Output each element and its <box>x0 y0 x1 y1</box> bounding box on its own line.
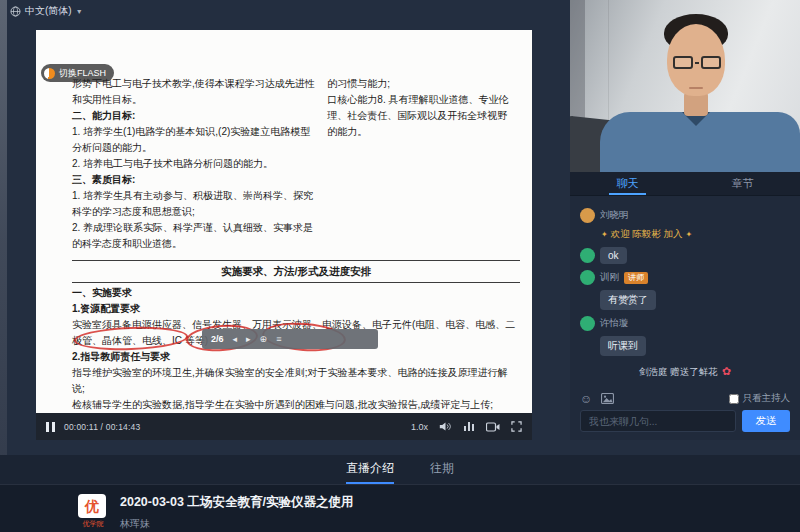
time-display: 00:00:11 / 00:14:43 <box>64 422 140 432</box>
playback-speed-button[interactable]: 1.0x <box>411 422 428 432</box>
doc-line: 的习惯与能力; <box>327 76 516 92</box>
doc-heading: 一、实施要求 <box>72 285 520 301</box>
chat-input-row: 发送 <box>580 410 790 432</box>
chat-bubble-row: 有赞赏了 <box>600 289 790 310</box>
chat-bubble: 听课到 <box>600 336 646 356</box>
chat-user-row: 许怡璇 <box>580 316 790 331</box>
instructor-glasses <box>673 56 721 69</box>
flower-icon: ✿ <box>722 365 731 377</box>
page-indicator: 2/6 <box>211 332 224 346</box>
chat-toolbar: ☺ 只看主持人 <box>580 392 790 405</box>
fullscreen-icon[interactable] <box>511 421 522 432</box>
doc-heading: 2.指导教师责任与要求 <box>72 349 520 365</box>
chat-user-row: 刘晓明 <box>580 208 790 223</box>
emoji-icon[interactable]: ☺ <box>580 393 592 405</box>
instructor-mouth <box>689 87 703 89</box>
chat-bubble: ok <box>600 247 627 264</box>
logo-icon: 优 <box>78 494 106 518</box>
system-welcome-message: ✦欢迎 陈毅彬 加入✦ <box>598 228 790 241</box>
avatar <box>580 208 595 223</box>
equalizer-icon[interactable] <box>463 421 475 432</box>
player-controls: 00:00:11 / 00:14:43 1.0x <box>36 413 532 440</box>
course-info: 2020-03-03 工场安全教育/实验仪器之使用 林珲妹 <box>120 494 353 531</box>
pager-prev-icon[interactable]: ◂ <box>233 332 238 346</box>
chat-message-list: 刘晓明 ✦欢迎 陈毅彬 加入✦ ok 训刚 讲师 有赞赏了 许怡璇 <box>570 196 800 384</box>
doc-heading: 三、素质目标: <box>72 172 315 188</box>
doc-line: 检核辅导学生的实验数据,指导学生在实验中所遇到的困难与问题,批改实验报告,成绩评… <box>72 397 520 413</box>
video-player[interactable]: 切换FLASH 形势下电工与电子技术教学,使得本课程学习达成先进性和实用性目标。… <box>36 30 532 440</box>
bottom-tab-bar: 直播介绍 往期 <box>0 455 800 485</box>
doc-line: 2. 养成理论联系实际、科学严谨、认真细致、实事求是的科学态度和职业道德。 <box>72 220 315 252</box>
volume-icon[interactable] <box>439 421 452 432</box>
doc-section-header: 实施要求、方法/形式及进度安排 <box>72 260 520 283</box>
document-right-column: 的习惯与能力; 口核心能力8. 具有理解职业道德、专业伦理、社会责任、国际观以及… <box>327 76 520 252</box>
switch-flash-button[interactable]: 切换FLASH <box>41 64 114 82</box>
only-host-checkbox[interactable] <box>729 394 739 404</box>
sparkle-icon: ✦ <box>685 230 692 239</box>
switch-flash-label: 切换FLASH <box>59 66 106 80</box>
pager-next-icon[interactable]: ▸ <box>246 332 251 346</box>
doc-line: 2. 培养电工与电子技术电路分析问题的能力。 <box>72 156 315 172</box>
instructor-name: 林珲妹 <box>120 517 353 531</box>
chat-bubble: 有赞赏了 <box>600 290 656 310</box>
doc-heading: 1.资源配置要求 <box>72 301 520 317</box>
flash-toggle-icon <box>44 68 55 79</box>
pause-button[interactable] <box>46 422 55 432</box>
image-icon[interactable] <box>601 393 614 404</box>
chat-username: 刘晓明 <box>600 209 629 222</box>
tab-chat[interactable]: 聊天 <box>570 172 685 195</box>
course-intro: 优 优学院 2020-03-03 工场安全教育/实验仪器之使用 林珲妹 <box>0 485 800 532</box>
instructor-badge: 讲师 <box>624 272 648 284</box>
avatar <box>580 270 595 285</box>
doc-line: 口核心能力8. 具有理解职业道德、专业伦理、社会责任、国际观以及开拓全球视野的能… <box>327 92 516 140</box>
chat-username: 训刚 <box>600 271 619 284</box>
document-columns: 形势下电工与电子技术教学,使得本课程学习达成先进性和实用性目标。 二、能力目标:… <box>72 76 520 252</box>
live-classroom-app: 中文(简体) ▼ 切换FLASH 形势下电工与电子技术教学,使得本课程学习达成先… <box>0 0 800 532</box>
camera-icon[interactable] <box>486 422 500 432</box>
right-panel: 聊天 章节 刘晓明 ✦欢迎 陈毅彬 加入✦ ok 训刚 讲师 有赞赏了 <box>570 0 800 440</box>
chat-username: 许怡璇 <box>600 317 629 330</box>
doc-heading: 二、能力目标: <box>72 108 315 124</box>
sparkle-icon: ✦ <box>601 230 608 239</box>
language-selector[interactable]: 中文(简体) ▼ <box>10 2 83 20</box>
chat-input[interactable] <box>580 410 736 432</box>
tab-chapters[interactable]: 章节 <box>685 172 800 195</box>
logo-text: 优学院 <box>78 519 108 529</box>
avatar <box>580 316 595 331</box>
chat-tab-bar: 聊天 章节 <box>570 172 800 196</box>
chat-user-row: 训刚 讲师 <box>580 270 790 285</box>
course-title: 2020-03-03 工场安全教育/实验仪器之使用 <box>120 494 353 511</box>
avatar <box>580 248 595 263</box>
only-host-filter[interactable]: 只看主持人 <box>729 392 791 405</box>
slide-document: 切换FLASH 形势下电工与电子技术教学,使得本课程学习达成先进性和实用性目标。… <box>36 30 532 413</box>
language-label: 中文(简体) <box>25 4 72 18</box>
pager-menu-icon[interactable]: ≡ <box>276 332 281 346</box>
doc-line: 1. 培养学生具有主动参与、积极进取、崇尚科学、探究科学的学习态度和思想意识; <box>72 188 315 220</box>
player-controls-right: 1.0x <box>411 421 522 432</box>
tab-live-intro[interactable]: 直播介绍 <box>346 455 394 484</box>
tab-past-sessions[interactable]: 往期 <box>430 455 454 484</box>
globe-icon <box>10 6 21 17</box>
chat-footer: ☺ 只看主持人 发送 <box>570 388 800 440</box>
doc-line: 指导维护实验室的环境卫生,并确保实验室的安全准则;对于实验基本要求、电路的连接及… <box>72 365 520 397</box>
instructor-webcam-video <box>570 0 800 172</box>
only-host-label: 只看主持人 <box>743 392 791 405</box>
left-edge-strip <box>0 0 7 532</box>
chevron-down-icon: ▼ <box>76 8 83 15</box>
chat-user-row: ok <box>580 247 790 264</box>
bottom-section: 直播介绍 往期 优 优学院 2020-03-03 工场安全教育/实验仪器之使用 … <box>0 455 800 532</box>
platform-logo: 优 优学院 <box>78 494 108 529</box>
system-gift-message: 剑浩庭 赠送了鲜花✿ <box>580 365 790 379</box>
chat-bubble-row: 听课到 <box>600 335 790 356</box>
send-button[interactable]: 发送 <box>742 410 790 432</box>
page-navigation-overlay[interactable]: 2/6 ◂ ▸ ⊕ ≡ <box>202 329 378 349</box>
document-left-column: 形势下电工与电子技术教学,使得本课程学习达成先进性和实用性目标。 二、能力目标:… <box>72 76 327 252</box>
pager-zoom-icon[interactable]: ⊕ <box>260 332 268 346</box>
doc-line: 1. 培养学生(1)电路学的基本知识,(2)实验建立电路模型分析问题的能力。 <box>72 124 315 156</box>
